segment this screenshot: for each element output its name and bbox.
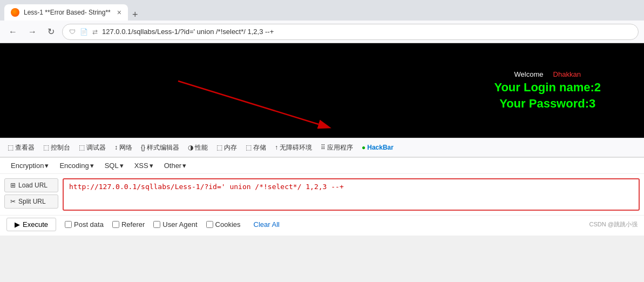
devtools-app[interactable]: ⠿ 应用程序 xyxy=(317,141,356,155)
load-url-button[interactable]: ⊞ Load URL xyxy=(4,178,58,192)
user-agent-checkbox[interactable]: User Agent xyxy=(153,220,197,229)
other-dropdown-icon: ▾ xyxy=(182,162,186,170)
debugger-label: 调试器 xyxy=(86,143,106,152)
password-line: Your Password:3 xyxy=(494,97,601,111)
network-label: 网络 xyxy=(119,143,132,152)
style-label: 样式编辑器 xyxy=(147,143,179,152)
address-text[interactable]: 127.0.0.1/sqllabs/Less-1/?id=' union /*!… xyxy=(102,28,632,36)
storage-icon: ⬚ xyxy=(246,144,252,151)
encoding-menu[interactable]: Encoding ▾ xyxy=(55,160,98,171)
devtools-console[interactable]: ⬚ 控制台 xyxy=(40,141,73,155)
debugger-icon: ⬚ xyxy=(79,144,85,151)
user-agent-input[interactable] xyxy=(153,221,160,228)
post-data-input[interactable] xyxy=(65,221,72,228)
other-menu[interactable]: Other ▾ xyxy=(160,160,191,171)
referer-input[interactable] xyxy=(112,221,119,228)
execute-icon: ▶ xyxy=(15,220,20,229)
svg-line-1 xyxy=(178,81,318,124)
cookies-checkbox[interactable]: Cookies xyxy=(206,220,241,229)
accessibility-icon: ↑ xyxy=(275,144,278,151)
split-url-label: Split URL xyxy=(18,198,46,205)
memory-label: 内存 xyxy=(224,143,237,152)
sql-label: SQL xyxy=(105,162,119,170)
accessibility-label: 无障碍环境 xyxy=(280,143,312,152)
devtools-memory[interactable]: ⬚ 内存 xyxy=(213,141,240,155)
encoding-dropdown-icon: ▾ xyxy=(90,162,94,170)
load-url-label: Load URL xyxy=(18,182,48,189)
encryption-label: Encryption xyxy=(11,162,44,170)
devtools-accessibility[interactable]: ↑ 无障碍环境 xyxy=(272,141,315,155)
hackbar-label: HackBar xyxy=(367,144,394,151)
memory-icon: ⬚ xyxy=(216,144,222,151)
clear-all-link[interactable]: Clear All xyxy=(254,220,280,229)
hackbar-panel: Encryption ▾ Encoding ▾ SQL ▾ XSS ▾ Othe… xyxy=(0,157,644,236)
app-icon: ⠿ xyxy=(321,144,326,151)
inspect-icon: ⬚ xyxy=(8,144,13,151)
devtools-hackbar[interactable]: ● HackBar xyxy=(358,142,397,153)
url-input[interactable]: http://127.0.0.1/sqllabs/Less-1/?id=' un… xyxy=(63,178,640,211)
xss-label: XSS xyxy=(134,162,148,170)
title-bar: Less-1 **Error Based- String** × + xyxy=(0,0,644,21)
hackbar-dot-icon: ● xyxy=(362,144,365,151)
devtools-bar: ⬚ 查看器 ⬚ 控制台 ⬚ 调试器 ↕ 网络 {} 样式编辑器 ◑ 性能 ⬚ 内… xyxy=(0,138,644,157)
login-name-line: Your Login name:2 xyxy=(494,80,601,95)
back-button[interactable]: ← xyxy=(5,25,21,39)
referer-label: Referer xyxy=(121,220,145,229)
sql-dropdown-icon: ▾ xyxy=(120,162,124,170)
encryption-menu[interactable]: Encryption ▾ xyxy=(6,160,53,171)
hackbar-execute-row: ▶ Execute Post data Referer User Agent C… xyxy=(0,215,644,236)
app-label: 应用程序 xyxy=(327,143,353,152)
welcome-label: Welcome xyxy=(514,70,544,78)
welcome-message: Welcome Dhakkan Your Login name:2 Your P… xyxy=(494,70,601,111)
storage-label: 存储 xyxy=(253,143,266,152)
arrow-indicator xyxy=(162,70,345,135)
forward-button[interactable]: → xyxy=(25,25,40,39)
hackbar-left-buttons: ⊞ Load URL ✂ Split URL xyxy=(4,178,58,209)
refresh-button[interactable]: ↻ xyxy=(44,24,58,39)
active-tab[interactable]: Less-1 **Error Based- String** × xyxy=(4,4,128,21)
referer-checkbox[interactable]: Referer xyxy=(112,220,145,229)
post-data-label: Post data xyxy=(74,220,104,229)
performance-icon: ◑ xyxy=(188,144,193,151)
devtools-storage[interactable]: ⬚ 存储 xyxy=(242,141,269,155)
split-url-button[interactable]: ✂ Split URL xyxy=(4,194,58,209)
console-icon: ⬚ xyxy=(43,144,49,151)
load-url-icon: ⊞ xyxy=(10,182,16,189)
other-label: Other xyxy=(164,162,182,170)
devtools-network[interactable]: ↕ 网络 xyxy=(111,141,135,155)
username-label: Dhakkan xyxy=(553,70,581,78)
sql-menu[interactable]: SQL ▾ xyxy=(100,160,128,171)
devtools-debugger[interactable]: ⬚ 调试器 xyxy=(76,141,109,155)
cookies-input[interactable] xyxy=(206,221,213,228)
console-label: 控制台 xyxy=(51,143,70,152)
page-icon: 📄 xyxy=(80,28,88,36)
encryption-dropdown-icon: ▾ xyxy=(45,162,49,170)
inspect-label: 查看器 xyxy=(15,143,35,152)
split-url-icon: ✂ xyxy=(10,198,16,205)
tab-close-button[interactable]: × xyxy=(117,8,121,17)
new-tab-button[interactable]: + xyxy=(128,9,143,21)
post-data-checkbox[interactable]: Post data xyxy=(65,220,104,229)
watermark-text: CSDN @跳跳小强 xyxy=(589,220,638,229)
tab-favicon xyxy=(11,8,19,17)
encoding-label: Encoding xyxy=(59,162,89,170)
network-icon: ↕ xyxy=(114,144,118,151)
performance-label: 性能 xyxy=(195,143,208,152)
address-bar[interactable]: 🛡 📄 ⇄ 127.0.0.1/sqllabs/Less-1/?id=' uni… xyxy=(62,24,639,40)
security-icon: 🛡 xyxy=(69,28,76,36)
hackbar-main: ⊞ Load URL ✂ Split URL http://127.0.0.1/… xyxy=(0,174,644,215)
nav-bar: ← → ↻ 🛡 📄 ⇄ 127.0.0.1/sqllabs/Less-1/?id… xyxy=(0,21,644,43)
xss-dropdown-icon: ▾ xyxy=(150,162,153,170)
style-icon: {} xyxy=(141,144,145,151)
cookies-label: Cookies xyxy=(215,220,241,229)
devtools-performance[interactable]: ◑ 性能 xyxy=(185,141,211,155)
hackbar-toolbar: Encryption ▾ Encoding ▾ SQL ▾ XSS ▾ Othe… xyxy=(0,158,644,174)
webpage-area: Welcome Dhakkan Your Login name:2 Your P… xyxy=(0,43,644,138)
xss-menu[interactable]: XSS ▾ xyxy=(130,160,158,171)
execute-label: Execute xyxy=(23,220,48,229)
user-agent-label: User Agent xyxy=(162,220,197,229)
devtools-inspect[interactable]: ⬚ 查看器 xyxy=(4,141,38,155)
execute-button[interactable]: ▶ Execute xyxy=(6,218,56,231)
bookmark-icon: ⇄ xyxy=(92,28,98,36)
devtools-style[interactable]: {} 样式编辑器 xyxy=(138,141,182,155)
